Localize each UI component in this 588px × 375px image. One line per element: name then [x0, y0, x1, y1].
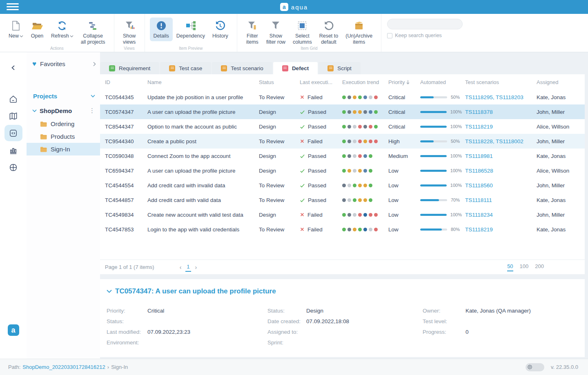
cell-name: Update the job position in a user profil…: [147, 94, 259, 100]
nav-home[interactable]: [4, 91, 22, 107]
column-header-automated[interactable]: Automated: [420, 79, 465, 85]
table-row[interactable]: TC0590348 Connect Zoom to the app accoun…: [100, 149, 585, 163]
table-row[interactable]: TC4547853 Login to the app with valid cr…: [100, 222, 585, 237]
folder-icon: [40, 146, 47, 152]
column-header-last-execution[interactable]: Last executi...: [300, 79, 342, 85]
column-header-id[interactable]: ID: [105, 79, 147, 85]
cell-id: TC4544554: [105, 182, 147, 189]
column-header-execution-trend[interactable]: Execution trend: [342, 79, 388, 85]
details-button[interactable]: Details: [150, 18, 173, 41]
collapse-sidebar-button[interactable]: [4, 60, 22, 76]
kebab-menu-icon[interactable]: ⋮: [87, 107, 97, 114]
table-row[interactable]: TC0574347 A user can upload the profile …: [100, 104, 585, 119]
trend-dot: [342, 213, 346, 217]
reset-to-default-button[interactable]: Reset to default: [316, 18, 342, 47]
table-row[interactable]: TC6594347 A user can upload the profile …: [100, 163, 585, 178]
collapse-all-projects-button[interactable]: Collapse all projects: [77, 18, 109, 47]
nav-map[interactable]: [4, 108, 22, 124]
settings-toggle[interactable]: [526, 363, 544, 371]
next-page-icon[interactable]: ›: [195, 264, 197, 271]
column-header-test-scenarios[interactable]: Test scenarios: [465, 79, 537, 85]
cell-execution-trend: [342, 226, 388, 233]
nav-test-items[interactable]: [4, 125, 22, 141]
map-icon: [9, 111, 18, 121]
path-project-link[interactable]: ShopDemo_202203301728416212: [22, 364, 105, 370]
open-button[interactable]: Open: [27, 18, 47, 41]
tree-folder[interactable]: Products: [27, 130, 100, 143]
trend-dot: [363, 154, 367, 158]
chevron-right-icon[interactable]: [93, 62, 96, 67]
toolbar-group-item-grid: Filter items Show filter row Select colu…: [237, 14, 381, 52]
history-button[interactable]: History: [209, 18, 232, 41]
tree-folder[interactable]: Sign-In: [27, 143, 100, 155]
column-header-name[interactable]: Name: [147, 79, 259, 85]
dependency-button[interactable]: Dependency: [173, 18, 209, 41]
keep-search-queries-checkbox[interactable]: [387, 33, 392, 38]
projects-header[interactable]: Projects: [33, 93, 95, 100]
unarchive-items-button[interactable]: (Un)Archive items: [342, 18, 376, 47]
cell-priority: High: [388, 138, 420, 144]
detail-field-label: Date created:: [267, 318, 306, 324]
details-title-row[interactable]: TC0574347: A user can upload the profile…: [107, 287, 585, 295]
detail-field: Last modified: 07.09.2022,23:23: [107, 326, 267, 337]
trend-dot: [342, 110, 346, 114]
chevron-down-icon[interactable]: [107, 290, 112, 293]
detail-field: Environment:: [107, 337, 267, 348]
cell-test-scenarios[interactable]: TS1118234: [465, 212, 537, 218]
cell-name: Create new account with valid test data: [147, 212, 259, 218]
refresh-button[interactable]: Refresh: [47, 18, 77, 41]
column-header-priority[interactable]: Priority: [388, 79, 420, 85]
select-columns-button[interactable]: Select columns: [289, 18, 316, 47]
cell-test-scenarios[interactable]: TS1118295, TS1118203: [465, 94, 537, 100]
table-row[interactable]: TC4544857 Add credit card with valid dat…: [100, 193, 585, 207]
nav-dashboard[interactable]: [4, 159, 22, 175]
column-header-assigned[interactable]: Assigned: [537, 79, 585, 85]
show-views-button[interactable]: Show views: [119, 18, 140, 47]
cell-id: TC4547853: [105, 226, 147, 233]
tab-requirement[interactable]: Requirement: [100, 62, 159, 74]
chevron-down-icon[interactable]: [32, 109, 37, 112]
cell-status: Design: [259, 168, 300, 174]
cell-test-scenarios[interactable]: TS1118219: [465, 226, 537, 233]
trend-dot: [358, 110, 362, 114]
tab-test-scenario[interactable]: Test scenario: [212, 62, 272, 74]
cell-test-scenarios[interactable]: TS1118378: [465, 109, 537, 115]
cell-status: Design: [259, 153, 300, 159]
column-header-status[interactable]: Status: [259, 79, 300, 85]
page-size-50[interactable]: 50: [507, 263, 513, 271]
search-input[interactable]: [393, 21, 459, 27]
tab-test-case[interactable]: Test case: [160, 62, 211, 74]
nav-reports[interactable]: [4, 142, 22, 158]
table-row[interactable]: TC0544345 Update the job position in a u…: [100, 90, 585, 104]
new-button[interactable]: New: [5, 18, 27, 41]
tab-defect[interactable]: Defect: [273, 62, 318, 74]
trend-dot: [363, 110, 367, 114]
cell-test-scenarios[interactable]: TS1118981: [465, 153, 537, 159]
cell-test-scenarios[interactable]: TS1118111: [465, 197, 537, 203]
page-size-100[interactable]: 100: [520, 263, 529, 271]
show-filter-row-button[interactable]: Show filter row: [263, 18, 289, 47]
cell-test-scenarios[interactable]: TS1118560: [465, 182, 537, 189]
table-row[interactable]: TC4544554 Add credit card with invalid d…: [100, 178, 585, 193]
detail-field-label: Owner:: [423, 308, 466, 314]
table-row[interactable]: TC9544340 Create a public post To Review…: [100, 134, 585, 149]
cell-id: TC6594347: [105, 168, 147, 174]
favorites-row[interactable]: ♥ Favorites: [32, 60, 96, 67]
page-number[interactable]: 1: [185, 263, 191, 272]
cell-automated: 50%: [420, 139, 465, 144]
tab-script[interactable]: Script: [318, 62, 361, 74]
search-box[interactable]: [387, 19, 463, 29]
cell-test-scenarios[interactable]: TS1118219: [465, 124, 537, 130]
table-row[interactable]: TC8544347 Option to mark the account as …: [100, 119, 585, 134]
prev-page-icon[interactable]: ‹: [180, 264, 182, 271]
tree-folder[interactable]: Ordering: [27, 118, 100, 130]
table-row[interactable]: TC4549834 Create new account with valid …: [100, 207, 585, 222]
chevron-down-icon[interactable]: [91, 95, 95, 98]
page-size-200[interactable]: 200: [535, 263, 544, 271]
cell-test-scenarios[interactable]: TS1186528: [465, 168, 537, 174]
path-label: Path:: [8, 364, 20, 370]
cell-priority: Medium: [388, 153, 420, 159]
tree-project-shopdemo[interactable]: ShopDemo ⋮: [32, 107, 97, 114]
cell-test-scenarios[interactable]: TS1118228, TS1118002: [465, 138, 537, 144]
filter-items-button[interactable]: Filter items: [242, 18, 263, 47]
